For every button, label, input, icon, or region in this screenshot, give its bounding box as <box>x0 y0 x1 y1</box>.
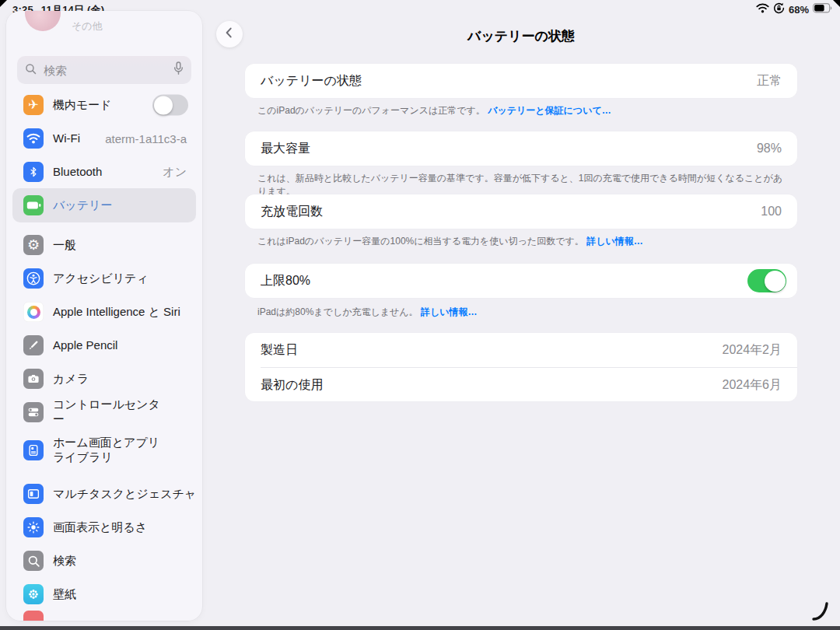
sidebar-item-search[interactable]: 検索 <box>12 544 196 578</box>
sidebar-item-label: 画面表示と明るさ <box>53 520 197 535</box>
airplane-mode-toggle[interactable] <box>152 95 188 116</box>
sidebar-item-label: 一般 <box>53 238 170 253</box>
avatar[interactable] <box>25 11 61 31</box>
sidebar-item-label: コントロールセンター <box>53 397 170 427</box>
sidebar-item-display-brightness[interactable]: 画面表示と明るさ <box>12 510 196 544</box>
sidebar-item-apple-pencil[interactable]: Apple Pencil <box>12 328 196 362</box>
clipped-app-icon <box>23 611 44 621</box>
magnifier-icon <box>23 551 44 571</box>
sidebar-item-battery[interactable]: バッテリー <box>12 188 196 222</box>
apple-intelligence-icon <box>23 302 44 322</box>
bluetooth-icon <box>23 162 44 182</box>
sidebar-item-home-screen[interactable]: ホーム画面とアプリ ライブラリ <box>12 429 196 472</box>
sidebar-item-multitasking[interactable]: マルチタスクとジェスチャ <box>12 477 196 511</box>
manufacture-date-row: 製造日 2024年2月 <box>245 333 797 367</box>
max-capacity-label: 最大容量 <box>261 141 310 157</box>
manufacture-date-value: 2024年2月 <box>723 342 782 359</box>
sidebar-item-label: マルチタスクとジェスチャ <box>53 487 197 502</box>
sidebar-item-label: Apple Pencil <box>53 338 170 353</box>
charge-limit-label: 上限80% <box>261 273 310 289</box>
bottom-edge-strip <box>0 626 840 630</box>
cycle-count-card: 充放電回数 100 <box>245 194 797 229</box>
pencil-cursor-icon <box>812 602 829 624</box>
battery-info-card: 製造日 2024年2月 最初の使用 2024年6月 <box>245 333 797 401</box>
sidebar-item-general[interactable]: ⚙ 一般 <box>12 228 196 262</box>
battery-app-icon <box>23 195 44 215</box>
battery-status-icon <box>813 2 832 16</box>
cycles-learn-more-link[interactable]: 詳しい情報… <box>586 236 643 247</box>
wifi-icon <box>23 128 44 149</box>
rotation-lock-icon <box>773 2 785 17</box>
sidebar-item-label: 検索 <box>53 554 170 569</box>
charge-limit-toggle[interactable] <box>747 269 786 292</box>
search-icon <box>25 63 37 78</box>
sidebar-item-clipped[interactable] <box>12 611 196 621</box>
charge-limit-card: 上限80% <box>245 264 797 298</box>
sidebar-item-label: バッテリー <box>53 198 170 213</box>
settings-sidebar: その他 ✈ 機内モード Wi-Fi aterm-1a11c3-a Bluetoo… <box>6 11 202 621</box>
cycle-count-row: 充放電回数 100 <box>245 194 797 229</box>
sidebar-item-accessibility[interactable]: アクセシビリティ <box>12 261 196 296</box>
battery-health-label: バッテリーの状態 <box>261 73 362 89</box>
battery-health-card: バッテリーの状態 正常 <box>245 64 797 98</box>
battery-health-value: 正常 <box>757 73 782 89</box>
charge-limit-row: 上限80% <box>245 264 797 298</box>
footnote-text: これは、新品時と比較したバッテリー容量の基準です。容量が低下すると、1回の充電で… <box>257 173 782 197</box>
battery-health-footnote: このiPadのバッテリーのパフォーマンスは正常です。 バッテリーと保証について… <box>257 104 789 117</box>
sidebar-item-value: aterm-1a11c3-a <box>105 132 187 145</box>
sidebar-item-airplane-mode[interactable]: ✈ 機内モード <box>12 88 196 122</box>
sidebar-item-bluetooth[interactable]: Bluetooth オン <box>12 155 196 189</box>
max-capacity-card: 最大容量 98% <box>245 131 797 166</box>
airplane-icon: ✈ <box>23 95 44 115</box>
manufacture-date-label: 製造日 <box>261 342 298 359</box>
sidebar-item-value: オン <box>163 165 187 180</box>
pencil-icon <box>23 335 44 355</box>
sidebar-item-label: アクセシビリティ <box>53 271 170 286</box>
limit-learn-more-link[interactable]: 詳しい情報… <box>421 306 478 317</box>
camera-icon <box>23 369 44 389</box>
brightness-icon <box>23 517 44 537</box>
sidebar-item-apple-intelligence-siri[interactable]: Apple Intelligence と Siri <box>12 295 196 329</box>
gear-icon: ⚙ <box>23 235 44 255</box>
sidebar-item-label: Bluetooth <box>53 165 170 180</box>
footnote-text: このiPadのバッテリーのパフォーマンスは正常です。 <box>257 105 485 116</box>
page-title: バッテリーの状態 <box>202 27 840 45</box>
cycle-count-footnote: これはiPadのバッテリー容量の100%に相当する電力を使い切った回数です。 詳… <box>257 235 789 248</box>
first-use-value: 2024年6月 <box>723 377 782 394</box>
search-input[interactable] <box>42 63 168 78</box>
mic-icon[interactable] <box>173 61 184 79</box>
first-use-label: 最初の使用 <box>261 377 323 394</box>
sidebar-peek-item-others[interactable]: その他 <box>72 19 103 33</box>
max-capacity-value: 98% <box>757 142 782 156</box>
control-center-icon <box>23 402 44 422</box>
screen-corner-artifact <box>0 0 7 7</box>
cycle-count-label: 充放電回数 <box>261 204 323 220</box>
first-use-row: 最初の使用 2024年6月 <box>245 368 797 402</box>
footnote-text: これはiPadのバッテリー容量の100%に相当する電力を使い切った回数です。 <box>257 236 584 247</box>
screen-corner-artifact <box>833 0 840 7</box>
sidebar-item-label: ホーム画面とアプリ ライブラリ <box>53 436 173 465</box>
sidebar-item-label: Apple Intelligence と Siri <box>53 305 201 320</box>
charge-limit-footnote: iPadは約80%までしか充電しません。 詳しい情報… <box>257 306 789 319</box>
home-screen-icon <box>23 440 44 460</box>
sidebar-item-wallpaper[interactable]: 壁紙 <box>12 577 196 611</box>
multitask-icon <box>23 484 44 504</box>
wallpaper-icon <box>23 584 44 604</box>
sidebar-item-wifi[interactable]: Wi-Fi aterm-1a11c3-a <box>12 121 196 156</box>
battery-percent-text: 68% <box>789 4 809 16</box>
sidebar-item-label: カメラ <box>53 372 170 387</box>
search-field[interactable] <box>17 56 191 84</box>
footnote-text: iPadは約80%までしか充電しません。 <box>257 306 418 317</box>
battery-health-row: バッテリーの状態 正常 <box>245 64 797 98</box>
sidebar-item-label: 壁紙 <box>53 587 170 602</box>
max-capacity-row: 最大容量 98% <box>245 131 797 166</box>
accessibility-icon <box>23 268 44 289</box>
sidebar-item-camera[interactable]: カメラ <box>12 362 196 396</box>
warranty-link[interactable]: バッテリーと保証について… <box>488 105 611 116</box>
cycle-count-value: 100 <box>761 205 782 219</box>
sidebar-item-control-center[interactable]: コントロールセンター <box>12 395 196 429</box>
wifi-status-icon <box>756 2 769 16</box>
